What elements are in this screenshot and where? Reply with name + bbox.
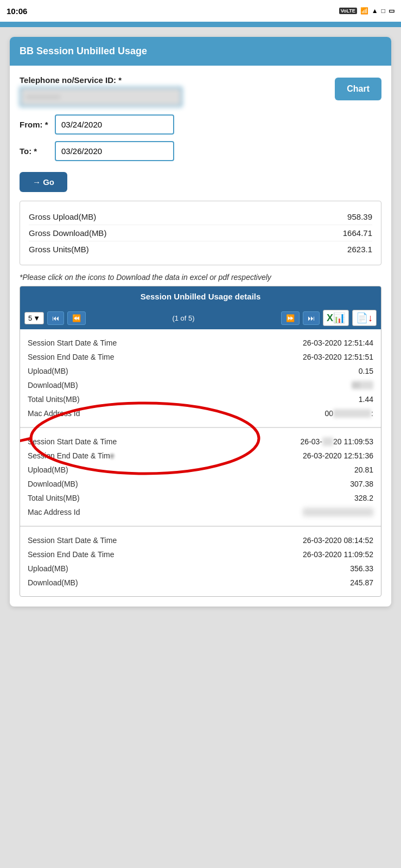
session-end-label-2: Session End Date & Time bbox=[28, 451, 114, 460]
from-date-input[interactable] bbox=[55, 114, 174, 135]
download-value-3: 245.87 bbox=[350, 578, 373, 587]
total-units-label-1: Total Units(MB) bbox=[28, 395, 80, 404]
download-row-3: Download(MB) 245.87 bbox=[28, 576, 373, 590]
first-page-button[interactable]: ⏮ bbox=[47, 311, 64, 325]
sim-icon: □ bbox=[381, 7, 385, 15]
session-start-value-3: 26-03-2020 08:14:52 bbox=[303, 536, 373, 545]
total-units-row-2: Total Units(MB) 328.2 bbox=[28, 491, 373, 505]
upload-row-2: Upload(MB) 20.81 bbox=[28, 463, 373, 477]
gross-upload-value: 958.39 bbox=[347, 212, 372, 221]
total-units-row-1: Total Units(MB) 1.44 bbox=[28, 392, 373, 406]
session-start-row-3: Session Start Date & Time 26-03-2020 08:… bbox=[28, 533, 373, 547]
mac-value-2 bbox=[303, 508, 373, 516]
from-date-row: From: * bbox=[20, 114, 381, 135]
card-body: Telephone no/Service ID: * Chart From: *… bbox=[10, 66, 391, 607]
session-end-value-3: 26-03-2020 11:09:52 bbox=[303, 550, 373, 559]
download-row-1: Download(MB) 00 bbox=[28, 378, 373, 392]
from-label: From: * bbox=[20, 120, 55, 129]
download-value-2: 307.38 bbox=[350, 480, 373, 488]
card-header: BB Session Unbilled Usage bbox=[10, 37, 391, 66]
download-label-2: Download(MB) bbox=[28, 480, 78, 488]
upload-label-3: Upload(MB) bbox=[28, 564, 68, 573]
session-table: Session Unbilled Usage details 5 ▼ ⏮ ⏪ (… bbox=[20, 286, 381, 597]
download-row-2: Download(MB) 307.38 bbox=[28, 477, 373, 491]
top-accent-bar bbox=[0, 22, 401, 27]
mac-value-1: 00 : bbox=[325, 409, 373, 418]
gross-units-label: Gross Units(MB) bbox=[29, 245, 89, 254]
session-end-label-1: Session End Date & Time bbox=[28, 353, 114, 361]
next-page-button[interactable]: ⏩ bbox=[281, 311, 300, 325]
telephone-row: Telephone no/Service ID: * Chart bbox=[20, 75, 381, 107]
page-title: BB Session Unbilled Usage bbox=[20, 46, 147, 56]
upload-label-2: Upload(MB) bbox=[28, 465, 68, 474]
to-date-input[interactable] bbox=[55, 141, 174, 161]
to-date-row: To: * bbox=[20, 141, 381, 161]
page-size-selector[interactable]: 5 ▼ bbox=[24, 312, 44, 324]
wifi-icon: 📶 bbox=[360, 7, 368, 15]
session-row-1: Session Start Date & Time 26-03-2020 12:… bbox=[20, 329, 381, 428]
total-units-value-2: 328.2 bbox=[354, 494, 373, 502]
session-row-2: Session Start Date & Time 26-03- 20 11:0… bbox=[20, 428, 381, 527]
session-start-label-2: Session Start Date & Time bbox=[28, 437, 117, 446]
mac-label-1: Mac Address Id bbox=[28, 409, 80, 418]
table-title: Session Unbilled Usage details bbox=[20, 286, 381, 307]
to-label: To: * bbox=[20, 146, 55, 156]
status-bar: 10:06 VoLTE 📶 ▲ □ ▭ bbox=[0, 0, 401, 22]
battery-icon: ▭ bbox=[389, 7, 394, 15]
session-end-row-2: Session End Date & Time 26-03-2020 12:51… bbox=[28, 449, 373, 463]
gross-download-row: Gross Download(MB) 1664.71 bbox=[29, 225, 372, 241]
gross-upload-row: Gross Upload(MB) 958.39 bbox=[29, 209, 372, 225]
total-units-value-1: 1.44 bbox=[359, 395, 373, 404]
telephone-label: Telephone no/Service ID: * bbox=[20, 75, 328, 85]
upload-row-3: Upload(MB) 356.33 bbox=[28, 561, 373, 576]
gross-units-row: Gross Units(MB) 2623.1 bbox=[29, 241, 372, 257]
session-start-label-3: Session Start Date & Time bbox=[28, 536, 117, 545]
upload-row-1: Upload(MB) 0.15 bbox=[28, 364, 373, 378]
download-label-3: Download(MB) bbox=[28, 578, 78, 587]
dropdown-icon: ▼ bbox=[33, 314, 40, 322]
chart-button[interactable]: Chart bbox=[335, 78, 381, 100]
session-start-value-1: 26-03-2020 12:51:44 bbox=[303, 339, 373, 347]
upload-label-1: Upload(MB) bbox=[28, 367, 68, 375]
upload-value-3: 356.33 bbox=[350, 564, 373, 573]
page-info: (1 of 5) bbox=[89, 314, 278, 322]
session-start-row-2: Session Start Date & Time 26-03- 20 11:0… bbox=[28, 435, 373, 449]
session-end-row-1: Session End Date & Time 26-03-2020 12:51… bbox=[28, 350, 373, 364]
upload-value-2: 20.81 bbox=[354, 465, 373, 474]
last-page-button[interactable]: ⏭ bbox=[303, 311, 320, 325]
table-controls: 5 ▼ ⏮ ⏪ (1 of 5) ⏩ ⏭ X📊 📄↓ bbox=[20, 307, 381, 329]
main-card: BB Session Unbilled Usage Telephone no/S… bbox=[10, 37, 391, 607]
session-end-value-1: 26-03-2020 12:51:51 bbox=[303, 353, 373, 361]
status-icons: VoLTE 📶 ▲ □ ▭ bbox=[339, 7, 394, 15]
download-value-1: 00 bbox=[352, 381, 373, 390]
go-button[interactable]: → Go bbox=[20, 172, 67, 192]
signal-icon: ▲ bbox=[372, 7, 378, 15]
session-row-3: Session Start Date & Time 26-03-2020 08:… bbox=[20, 527, 381, 596]
excel-icon: X📊 bbox=[327, 312, 345, 323]
session-end-label-3: Session End Date & Time bbox=[28, 550, 114, 559]
session-start-row-1: Session Start Date & Time 26-03-2020 12:… bbox=[28, 336, 373, 350]
download-note: *Please click on the icons to Download t… bbox=[20, 273, 381, 282]
session-end-row-3: Session End Date & Time 26-03-2020 11:09… bbox=[28, 547, 373, 561]
mac-label-2: Mac Address Id bbox=[28, 508, 80, 516]
pdf-icon: 📄↓ bbox=[356, 312, 373, 323]
total-units-label-2: Total Units(MB) bbox=[28, 494, 80, 502]
prev-page-button[interactable]: ⏪ bbox=[67, 311, 86, 325]
session-end-value-2: 26-03-2020 12:51:36 bbox=[303, 451, 373, 460]
time: 10:06 bbox=[7, 7, 27, 16]
gross-download-label: Gross Download(MB) bbox=[29, 228, 106, 238]
mac-row-2: Mac Address Id bbox=[28, 505, 373, 519]
pdf-export-button[interactable]: 📄↓ bbox=[352, 310, 377, 326]
telephone-input[interactable] bbox=[20, 87, 182, 107]
summary-box: Gross Upload(MB) 958.39 Gross Download(M… bbox=[20, 201, 381, 265]
download-label-1: Download(MB) bbox=[28, 381, 78, 390]
mac-row-1: Mac Address Id 00 : bbox=[28, 406, 373, 420]
excel-export-button[interactable]: X📊 bbox=[323, 310, 349, 326]
upload-value-1: 0.15 bbox=[359, 367, 373, 375]
session-start-label-1: Session Start Date & Time bbox=[28, 339, 117, 347]
gross-units-value: 2623.1 bbox=[347, 245, 372, 254]
gross-download-value: 1664.71 bbox=[343, 228, 372, 238]
telephone-field-group: Telephone no/Service ID: * bbox=[20, 75, 328, 107]
gross-upload-label: Gross Upload(MB) bbox=[29, 212, 96, 221]
session-start-value-2: 26-03- 20 11:09:53 bbox=[301, 437, 373, 446]
